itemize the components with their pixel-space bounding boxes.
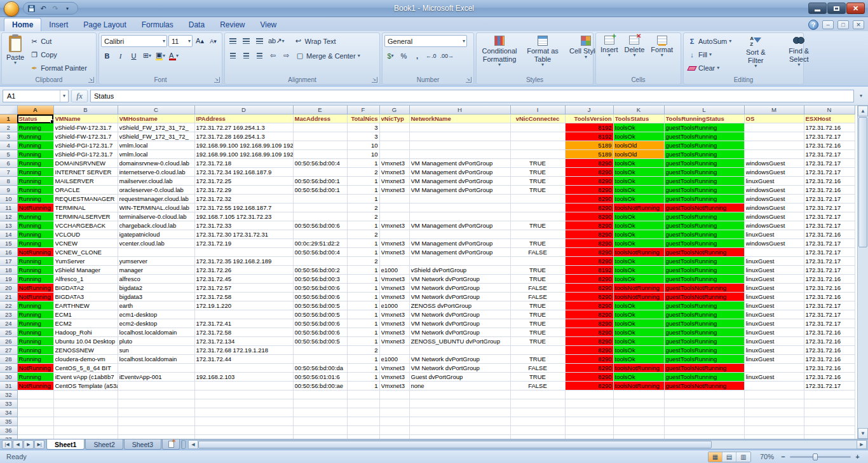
cell-K12[interactable]: toolsOk (613, 212, 664, 221)
cell-C12[interactable]: terminalserve-0.cloud.lab (118, 212, 194, 221)
tab-split-handle[interactable] (181, 440, 186, 449)
cell-K8[interactable]: toolsOk (613, 177, 664, 186)
row-header-28[interactable]: 28 (0, 355, 17, 364)
cell-K1[interactable]: ToolsStatus (613, 114, 664, 123)
cell-M33[interactable] (744, 399, 804, 408)
cell-L29[interactable]: guestToolsNotRunning (664, 364, 744, 373)
cell-G8[interactable]: Vmxnet3 (379, 177, 409, 186)
ribbon-tab-review[interactable]: Review (212, 18, 252, 31)
cell-C31[interactable] (118, 382, 194, 390)
cell-D23[interactable] (194, 310, 293, 319)
cell-D9[interactable]: 172.31.72.29 (194, 186, 293, 195)
cell-J3[interactable]: 8192 (565, 132, 613, 141)
cell-K10[interactable]: toolsOk (613, 195, 664, 204)
merge-center-button[interactable]: ▢Merge & Center▾ (294, 50, 362, 62)
cell-N4[interactable]: 172.31.72.16 (804, 141, 855, 150)
cell-E19[interactable]: 00:50:56:bd:00:3 (293, 275, 347, 284)
vertical-scrollbar[interactable]: ▲ ▼ (857, 106, 868, 439)
cell-G14[interactable] (379, 230, 409, 239)
select-all-corner[interactable] (0, 106, 17, 114)
save-button[interactable] (26, 3, 36, 13)
cell-L10[interactable]: guestToolsRunning (664, 195, 744, 204)
cell-A31[interactable]: NotRunning (17, 382, 53, 390)
cell-B11[interactable]: TERMINAL (53, 204, 118, 212)
cell-L36[interactable] (664, 426, 744, 435)
cell-J11[interactable]: 8290 (565, 204, 613, 212)
cell-G13[interactable]: Vmxnet3 (379, 221, 409, 230)
cell-I2[interactable] (510, 123, 565, 132)
cell-B22[interactable]: EARTHNEW (53, 301, 118, 310)
cell-F33[interactable] (347, 399, 379, 408)
cell-G34[interactable] (379, 408, 409, 417)
cell-J15[interactable]: 8290 (565, 239, 613, 248)
cell-H36[interactable] (409, 426, 510, 435)
cell-G22[interactable]: e1000 (379, 301, 409, 310)
cell-A18[interactable]: Running (17, 266, 53, 275)
cell-F17[interactable]: 2 (347, 257, 379, 266)
cell-N28[interactable]: 172.31.72.16 (804, 355, 855, 364)
cell-F20[interactable]: 1 (347, 284, 379, 293)
cell-B27[interactable]: ZENOSSNEW (53, 346, 118, 355)
cell-E17[interactable] (293, 257, 347, 266)
cell-M3[interactable] (744, 132, 804, 141)
align-bottom-button[interactable] (254, 35, 266, 47)
cell-N33[interactable] (804, 399, 855, 408)
bold-button[interactable]: B (101, 50, 113, 62)
format-cells-button[interactable]: Format ▾ (648, 34, 675, 75)
cell-M9[interactable]: windowsGuest (744, 186, 804, 195)
cell-B16[interactable]: VCNEW_CLONE (53, 248, 118, 257)
cell-N2[interactable]: 172.31.72.16 (804, 123, 855, 132)
cell-L35[interactable] (664, 417, 744, 426)
cell-C17[interactable]: yumserver (118, 257, 194, 266)
cell-H29[interactable]: VM Network dvPortGroup (409, 364, 510, 373)
cell-D11[interactable]: 172.31.72.55 192.168.187.7 (194, 204, 293, 212)
column-header-B[interactable]: B (53, 106, 118, 114)
cell-E9[interactable]: 00:50:56:bd:00:1 (293, 186, 347, 195)
cell-K9[interactable]: toolsOk (613, 186, 664, 195)
cell-K21[interactable]: toolsNotRunning (613, 293, 664, 301)
cell-J1[interactable]: ToolsVersion (565, 114, 613, 123)
cell-A1[interactable]: Status (17, 114, 53, 123)
cell-H26[interactable]: ZENOSS_UBUNTU dvPortGroup (409, 337, 510, 346)
cell-F23[interactable]: 1 (347, 310, 379, 319)
help-icon[interactable]: ? (808, 20, 818, 30)
cell-G35[interactable] (379, 417, 409, 426)
cell-I12[interactable] (510, 212, 565, 221)
cell-I31[interactable]: FALSE (510, 382, 565, 390)
cell-B2[interactable]: vShield-FW-172.31.7 (53, 123, 118, 132)
cell-K25[interactable]: toolsOk (613, 328, 664, 337)
cell-G36[interactable] (379, 426, 409, 435)
cell-A4[interactable]: Running (17, 141, 53, 150)
cell-H25[interactable]: VM Network dvPortGroup (409, 328, 510, 337)
cell-J2[interactable]: 8192 (565, 123, 613, 132)
cell-L7[interactable]: guestToolsRunning (664, 168, 744, 177)
cell-I14[interactable] (510, 230, 565, 239)
cell-J29[interactable]: 8290 (565, 364, 613, 373)
cell-E4[interactable] (293, 141, 347, 150)
cell-H30[interactable]: Guest dvPortGroup (409, 373, 510, 382)
cell-H28[interactable]: VM Network dvPortGroup (409, 355, 510, 364)
cell-A22[interactable]: Running (17, 301, 53, 310)
cell-J24[interactable]: 8290 (565, 319, 613, 328)
cell-L15[interactable]: guestToolsRunning (664, 239, 744, 248)
sheet-tab-sheet3[interactable]: Sheet3 (124, 439, 161, 450)
cell-M10[interactable]: windowsGuest (744, 195, 804, 204)
row-header-17[interactable]: 17 (0, 257, 17, 266)
row-header-7[interactable]: 7 (0, 168, 17, 177)
percent-style-button[interactable]: % (398, 50, 410, 62)
first-sheet-button[interactable]: |◀ (2, 440, 12, 449)
cell-D10[interactable]: 172.31.72.32 (194, 195, 293, 204)
cell-C14[interactable]: igatepatnicloud (118, 230, 194, 239)
cell-M32[interactable] (744, 390, 804, 399)
cell-H21[interactable]: VM Network dvPortGroup (409, 293, 510, 301)
cell-K36[interactable] (613, 426, 664, 435)
cell-M2[interactable] (744, 123, 804, 132)
cell-F31[interactable]: 1 (347, 382, 379, 390)
cell-C35[interactable] (118, 417, 194, 426)
workbook-restore-button[interactable]: □ (837, 20, 849, 29)
scroll-up-icon[interactable]: ▲ (858, 106, 868, 116)
cell-F28[interactable]: 1 (347, 355, 379, 364)
cell-I27[interactable] (510, 346, 565, 355)
row-header-31[interactable]: 31 (0, 382, 17, 390)
cell-M20[interactable]: linuxGuest (744, 284, 804, 293)
